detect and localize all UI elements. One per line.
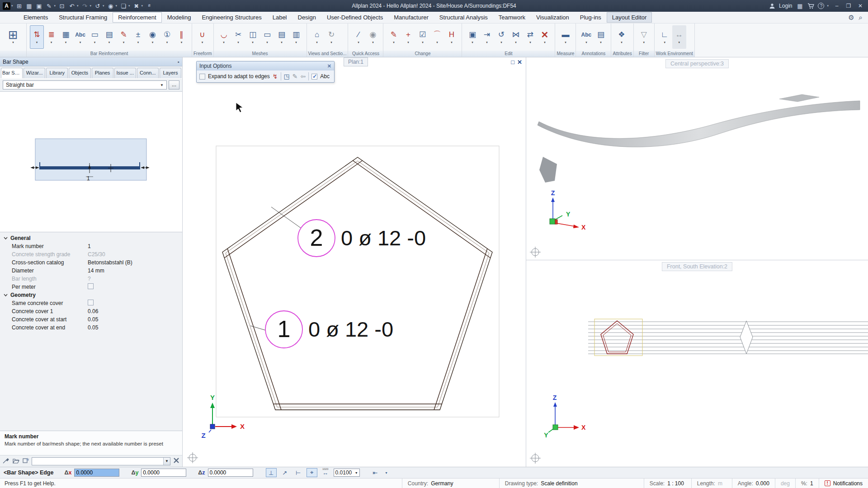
menu-elements[interactable]: Elements <box>18 12 53 23</box>
menu-plug-ins[interactable]: Plug-ins <box>575 12 607 23</box>
edit-z-icon[interactable]: ◳ <box>284 73 290 80</box>
mark-number-button[interactable]: ①▾ <box>160 25 174 49</box>
draw-line-button[interactable]: ∕▾ <box>351 25 365 49</box>
edit-bars-button[interactable]: ∥▾ <box>175 25 189 49</box>
same-concrete-cover-checkbox[interactable] <box>88 300 94 305</box>
elevation-view-label[interactable]: Front, South Elevation:2 <box>662 262 732 271</box>
copy-drawing-caret-icon[interactable]: ▾ <box>128 4 130 8</box>
modify-pencil-button[interactable]: ✎▾ <box>387 25 401 49</box>
plan-view[interactable]: Plan:1 □ ✕ 2 0 ø 12 -0 <box>183 57 526 467</box>
coordinate-system-button[interactable]: ∟▾ <box>658 25 672 49</box>
report-button[interactable]: ▤▾ <box>594 25 608 49</box>
menu-design[interactable]: Design <box>292 12 321 23</box>
menu-teamwork[interactable]: Teamwork <box>493 12 531 23</box>
new-drawing-icon[interactable]: ✎ <box>45 2 53 10</box>
palettes-icon[interactable]: ▦ <box>25 2 33 10</box>
tab-wizards[interactable]: Wizar... <box>24 68 45 78</box>
tab-bar-shape[interactable]: Bar Sh... <box>1 68 23 78</box>
minimize-button[interactable]: – <box>833 3 841 9</box>
per-meter-checkbox[interactable] <box>88 283 94 289</box>
status-notifications[interactable]: ! Notifications <box>819 479 868 488</box>
close-button[interactable]: ✕ <box>856 3 864 9</box>
mirror-button[interactable]: ⋈▾ <box>509 25 523 49</box>
modify-points-button[interactable]: +▾ <box>401 25 415 49</box>
cross-section-catalog-value[interactable]: Betonstabstahl (B) <box>86 259 132 266</box>
eyedropper-icon[interactable] <box>2 457 10 465</box>
bar-shape-button[interactable]: ≣▾ <box>44 25 58 49</box>
undo-icon[interactable]: ↶ <box>68 2 76 10</box>
status-percent[interactable]: %:1 <box>795 479 819 488</box>
settings-gear-icon[interactable]: ⚙ <box>848 14 854 22</box>
menu-reinforcement[interactable]: Reinforcement <box>113 12 162 23</box>
copy-button[interactable]: ▣▾ <box>465 25 479 49</box>
delta-y-input[interactable] <box>141 469 186 477</box>
add-remove-bars-button[interactable]: ±▾ <box>131 25 145 49</box>
terrain-ribbon[interactable] <box>538 101 860 147</box>
bar-shape-type-select[interactable]: Straight bar ▼ <box>3 80 167 89</box>
snap-track-button[interactable]: ⊥ <box>266 468 277 477</box>
tab-connect[interactable]: Conn... <box>137 68 159 78</box>
input-options-titlebar[interactable]: Input Options ✕ <box>197 61 334 70</box>
pen-icon[interactable]: ✎ <box>292 73 298 80</box>
status-scale[interactable]: Scale:1 : 100 <box>644 479 691 488</box>
menu-engineering-structures[interactable]: Engineering Structures <box>196 12 267 23</box>
concrete-cover-1-value[interactable]: 0.06 <box>86 308 98 314</box>
tab-planes[interactable]: Planes <box>92 68 113 78</box>
user-icon[interactable] <box>769 3 775 9</box>
mesh-list-button[interactable]: ▤▾ <box>275 25 289 49</box>
copy-drawing-icon[interactable]: ❏ <box>119 2 127 10</box>
delta-z-input[interactable] <box>208 469 253 477</box>
search-icon[interactable]: ⌕ <box>859 14 863 22</box>
allplan-logo[interactable]: A <box>3 2 10 10</box>
mesh-area-button[interactable]: ◫▾ <box>246 25 260 49</box>
menu-modeling[interactable]: Modeling <box>162 12 197 23</box>
favorite-combobox[interactable]: ▼ <box>32 457 170 465</box>
menu-user-defined-objects[interactable]: User-Defined Objects <box>321 12 388 23</box>
back-arrow-icon[interactable]: ⇦ <box>300 73 306 80</box>
menu-structural-framing[interactable]: Structural Framing <box>53 12 113 23</box>
input-options-window[interactable]: Input Options ✕ Expand to adapt to edges… <box>196 61 335 83</box>
close-icon[interactable]: ✕ <box>327 63 331 69</box>
more-options-button[interactable]: ... <box>169 80 179 89</box>
reinforcement-legend-button[interactable]: ▤▾ <box>102 25 116 49</box>
status-angle[interactable]: Angle:0.000 <box>732 479 775 488</box>
view-caret-icon[interactable]: ▾ <box>116 4 118 8</box>
connect-grid-icon[interactable]: ▦ <box>796 2 804 10</box>
tab-library[interactable]: Library <box>46 68 68 78</box>
offset-caret-button[interactable]: ▾ <box>383 468 390 477</box>
section-geometry[interactable]: Geometry <box>0 291 182 299</box>
perspective-view-label[interactable]: Central perspective:3 <box>665 59 729 68</box>
text-annotation-button[interactable]: Abc▾ <box>579 25 593 49</box>
offset-button[interactable]: ⇤ <box>370 468 381 477</box>
section-general[interactable]: General <box>0 234 182 242</box>
navigation-compass-icon[interactable] <box>530 453 541 464</box>
status-angle-unit[interactable]: deg <box>775 479 795 488</box>
snap-intersection-button[interactable]: ⊢ <box>293 468 304 477</box>
modify-bar-button[interactable]: ✎▾ <box>117 25 131 49</box>
abc-checkbox[interactable] <box>311 74 317 80</box>
expand-to-edges-checkbox[interactable] <box>199 74 205 80</box>
tools-caret-icon[interactable]: ▾ <box>142 4 143 8</box>
pentagon-elevation[interactable] <box>601 321 633 354</box>
save-favorite-icon[interactable] <box>22 457 30 465</box>
match-visibility-button[interactable]: ◉▾ <box>366 25 380 49</box>
restore-button[interactable]: ❐ <box>844 3 853 9</box>
bar-label-button[interactable]: Abc▾ <box>73 25 87 49</box>
status-country[interactable]: Country:Germany <box>402 479 499 488</box>
freeform-bar-button[interactable]: ∪▾ <box>195 25 209 49</box>
grid-spacing-button[interactable]: 1020 ↔ <box>320 468 331 477</box>
tab-layers[interactable]: Layers <box>160 68 181 78</box>
shop-cart-icon[interactable] <box>807 3 814 9</box>
help-caret-icon[interactable]: ▾ <box>827 4 829 8</box>
mark-number-value[interactable]: 1 <box>86 243 91 249</box>
tools-wrench-icon[interactable] <box>172 457 180 465</box>
menu-layout-editor[interactable]: Layout Editor <box>607 12 652 23</box>
pin-icon[interactable]: ▪ <box>178 59 179 65</box>
mesh-placement-button[interactable]: ▦▾ <box>59 25 73 49</box>
undo-caret-icon[interactable]: ▾ <box>77 4 79 8</box>
dimension-line-button[interactable]: ▭▾ <box>88 25 102 49</box>
menu-visualization[interactable]: Visualization <box>531 12 575 23</box>
redo-caret-icon[interactable]: ▾ <box>90 4 92 8</box>
concrete-cover-start-value[interactable]: 0.05 <box>86 316 98 323</box>
pentagon-solid[interactable] <box>539 157 557 183</box>
